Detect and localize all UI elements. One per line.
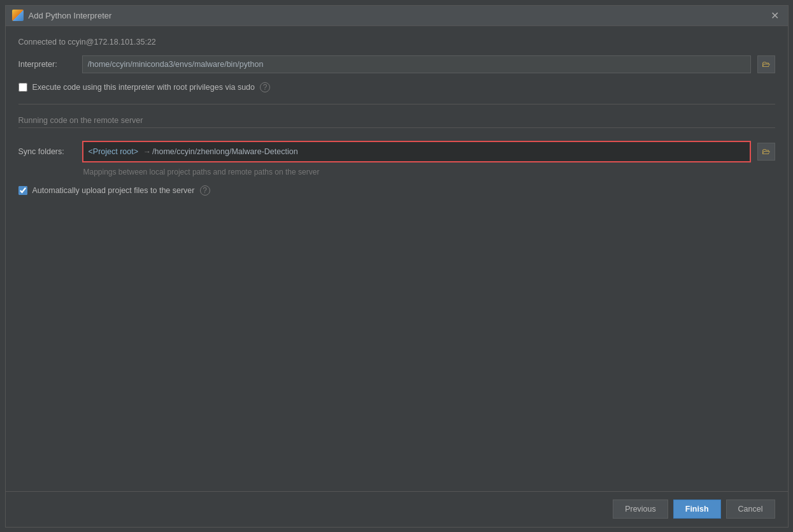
remote-section-header: Running code on the remote server (18, 116, 775, 128)
upload-checkbox-row: Automatically upload project files to th… (18, 185, 775, 196)
upload-help-icon[interactable]: ? (200, 185, 210, 196)
interpreter-label: Interpreter: (18, 60, 76, 69)
sync-field-row: Sync folders: <Project root> → /home/ccy… (18, 141, 775, 162)
execute-checkbox-row: Execute code using this interpreter with… (18, 82, 775, 92)
sync-arrow: → (143, 147, 151, 156)
cancel-button[interactable]: Cancel (726, 500, 775, 519)
section-divider (18, 104, 775, 104)
sync-folders-label: Sync folders: (18, 147, 76, 156)
sync-hint: Mappings between local project paths and… (83, 168, 775, 176)
dialog-footer: Previous Finish Cancel (6, 491, 788, 527)
dialog-content: Connected to ccyin@172.18.101.35:22 Inte… (6, 26, 788, 491)
dialog-title: Add Python Interpreter (29, 11, 112, 20)
execute-help-icon[interactable]: ? (260, 82, 270, 92)
execute-checkbox-label: Execute code using this interpreter with… (32, 83, 255, 92)
content-spacer (18, 205, 775, 480)
sync-input-container: <Project root> → /home/ccyin/zhenlong/Ma… (82, 141, 751, 162)
interpreter-row: Interpreter: 🗁 (18, 55, 775, 73)
interpreter-browse-button[interactable]: 🗁 (757, 55, 775, 73)
interpreter-input[interactable] (82, 55, 751, 73)
execute-checkbox[interactable] (18, 83, 27, 92)
sync-project-root: <Project root> (85, 147, 143, 156)
dialog: Add Python Interpreter ✕ Connected to cc… (5, 5, 789, 528)
connection-info: Connected to ccyin@172.18.101.35:22 (18, 38, 775, 47)
app-icon (12, 10, 24, 21)
sync-section: Sync folders: <Project root> → /home/ccy… (18, 141, 775, 176)
sync-browse-button[interactable]: 🗁 (757, 143, 775, 161)
upload-checkbox[interactable] (18, 186, 27, 195)
close-button[interactable]: ✕ (769, 9, 782, 22)
title-bar: Add Python Interpreter ✕ (6, 6, 788, 26)
title-bar-left: Add Python Interpreter (12, 10, 112, 21)
sync-path: /home/ccyin/zhenlong/Malware-Detection (152, 147, 748, 156)
upload-checkbox-label: Automatically upload project files to th… (32, 186, 195, 195)
finish-button[interactable]: Finish (673, 500, 721, 519)
previous-button[interactable]: Previous (613, 500, 668, 519)
folder-icon: 🗁 (762, 59, 770, 69)
sync-folder-icon: 🗁 (762, 147, 770, 156)
